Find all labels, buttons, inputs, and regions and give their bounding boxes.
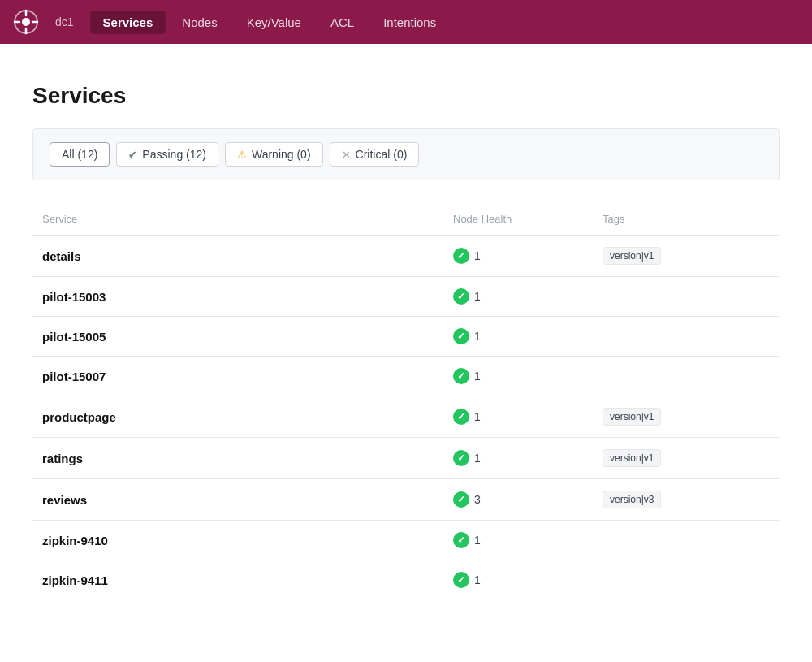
tags-cell: [593, 317, 780, 357]
health-cell: 1: [443, 396, 593, 438]
filter-all-label: All (12): [62, 148, 97, 161]
navbar: dc1 Services Nodes Key/Value ACL Intenti…: [0, 0, 812, 44]
th-node-health: Node Health: [443, 206, 593, 236]
health-count: 1: [474, 573, 481, 586]
filter-all[interactable]: All (12): [50, 142, 110, 167]
health-count: 1: [474, 534, 481, 547]
health-check-icon: [453, 532, 469, 548]
health-count: 1: [474, 370, 481, 383]
filter-critical[interactable]: ✕ Critical (0): [330, 142, 420, 167]
health-cell: 1: [443, 438, 593, 479]
filter-warning-label: Warning (0): [252, 148, 311, 161]
tags-cell: version|v3: [593, 479, 780, 521]
health-cell: 3: [443, 479, 593, 521]
filter-passing-label: Passing (12): [142, 148, 206, 161]
health-check-icon: [453, 368, 469, 384]
critical-icon: ✕: [342, 149, 351, 161]
service-name-cell: pilot-15007: [32, 357, 443, 396]
th-service: Service: [32, 206, 443, 236]
nav-intentions[interactable]: Intentions: [370, 11, 449, 34]
service-name-cell: productpage: [32, 396, 443, 438]
main-content: Services All (12) ✔ Passing (12) ⚠ Warni…: [0, 44, 812, 632]
table-row: zipkin-94111: [32, 560, 780, 600]
th-tags: Tags: [593, 206, 780, 236]
tags-cell: [593, 560, 780, 600]
tags-cell: [593, 277, 780, 317]
passing-icon: ✔: [128, 149, 137, 161]
table-row: productpage1version|v1: [32, 396, 780, 438]
service-name[interactable]: pilot-15005: [42, 330, 106, 344]
table-header: Service Node Health Tags: [32, 206, 780, 236]
tags-cell: version|v1: [593, 236, 780, 277]
tag-badge: version|v1: [603, 449, 661, 467]
svg-point-1: [22, 18, 30, 26]
table-row: pilot-150071: [32, 357, 780, 396]
table-row: ratings1version|v1: [32, 438, 780, 479]
table-row: pilot-150031: [32, 277, 780, 317]
health-check-icon: [453, 450, 469, 466]
health-check-icon: [453, 328, 469, 344]
service-name-cell: zipkin-9411: [32, 560, 443, 600]
tag-badge: version|v3: [603, 491, 661, 508]
health-count: 1: [474, 290, 481, 303]
table-body: details1version|v1pilot-150031pilot-1500…: [32, 236, 780, 600]
service-name-cell: ratings: [32, 438, 443, 479]
health-count: 1: [474, 410, 481, 423]
consul-logo: [13, 9, 39, 35]
filter-bar: All (12) ✔ Passing (12) ⚠ Warning (0) ✕ …: [32, 128, 780, 180]
health-count: 1: [474, 330, 481, 343]
service-name[interactable]: zipkin-9410: [42, 534, 108, 547]
service-name[interactable]: ratings: [42, 452, 83, 465]
health-cell: 1: [443, 317, 593, 357]
service-name-cell: reviews: [32, 479, 443, 521]
health-count: 1: [474, 452, 481, 465]
nav-acl[interactable]: ACL: [317, 11, 367, 34]
health-check-icon: [453, 491, 469, 508]
filter-warning[interactable]: ⚠ Warning (0): [225, 142, 323, 167]
health-cell: 1: [443, 277, 593, 317]
table-row: details1version|v1: [32, 236, 780, 277]
table-row: reviews3version|v3: [32, 479, 780, 521]
filter-critical-label: Critical (0): [356, 148, 408, 161]
datacenter-label: dc1: [49, 11, 80, 33]
nav-keyvalue[interactable]: Key/Value: [234, 11, 314, 34]
service-name[interactable]: zipkin-9411: [42, 573, 108, 587]
service-name[interactable]: details: [42, 249, 81, 263]
tags-cell: [593, 521, 780, 560]
health-check-icon: [453, 572, 469, 588]
tag-badge: version|v1: [603, 247, 661, 265]
service-name-cell: zipkin-9410: [32, 521, 443, 560]
health-check-icon: [453, 409, 469, 425]
health-cell: 1: [443, 521, 593, 560]
health-cell: 1: [443, 560, 593, 600]
nav-services[interactable]: Services: [90, 11, 166, 34]
health-check-icon: [453, 248, 469, 264]
nav-nodes[interactable]: Nodes: [169, 11, 230, 34]
health-count: 1: [474, 249, 481, 262]
service-name[interactable]: reviews: [42, 493, 87, 507]
table-row: zipkin-94101: [32, 521, 780, 560]
service-name-cell: details: [32, 236, 443, 277]
tags-cell: version|v1: [593, 438, 780, 479]
warning-icon: ⚠: [237, 149, 247, 161]
service-name[interactable]: pilot-15007: [42, 370, 106, 383]
services-table: Service Node Health Tags details1version…: [32, 206, 780, 599]
tags-cell: version|v1: [593, 396, 780, 438]
filter-passing[interactable]: ✔ Passing (12): [116, 142, 218, 167]
service-name[interactable]: productpage: [42, 410, 116, 424]
tags-cell: [593, 357, 780, 396]
table-row: pilot-150051: [32, 317, 780, 357]
health-cell: 1: [443, 357, 593, 396]
service-name-cell: pilot-15003: [32, 277, 443, 317]
service-name-cell: pilot-15005: [32, 317, 443, 357]
service-name[interactable]: pilot-15003: [42, 290, 106, 304]
health-cell: 1: [443, 236, 593, 277]
tag-badge: version|v1: [603, 408, 661, 426]
health-count: 3: [474, 493, 481, 506]
page-title: Services: [32, 83, 780, 109]
health-check-icon: [453, 288, 469, 305]
